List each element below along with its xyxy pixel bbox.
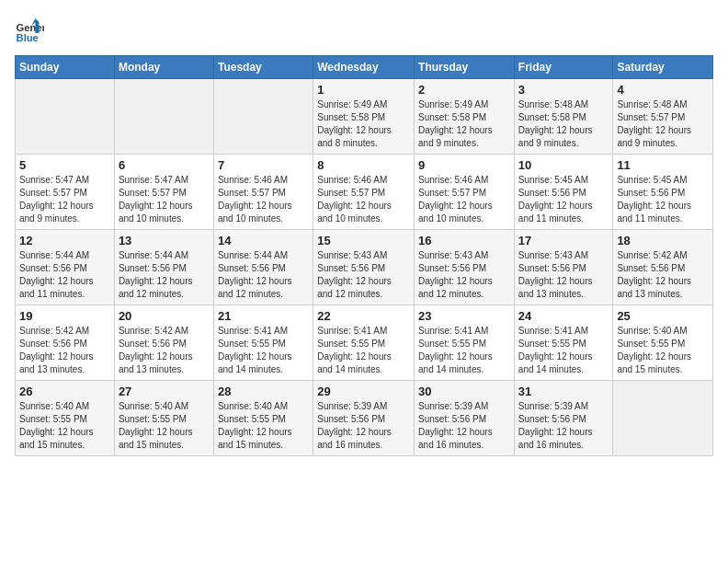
day-cell: 1Sunrise: 5:49 AM Sunset: 5:58 PM Daylig… [313, 79, 415, 155]
logo: General Blue [15, 15, 48, 44]
day-number: 1 [317, 83, 410, 97]
day-info: Sunrise: 5:43 AM Sunset: 5:56 PM Dayligh… [317, 249, 410, 301]
day-number: 6 [119, 158, 210, 172]
day-info: Sunrise: 5:49 AM Sunset: 5:58 PM Dayligh… [418, 98, 510, 150]
day-cell: 12Sunrise: 5:44 AM Sunset: 5:56 PM Dayli… [16, 230, 115, 305]
day-number: 21 [218, 309, 309, 323]
day-number: 2 [418, 83, 510, 97]
day-number: 17 [518, 234, 609, 247]
day-number: 9 [418, 158, 510, 172]
logo-icon: General Blue [15, 15, 44, 44]
day-info: Sunrise: 5:40 AM Sunset: 5:55 PM Dayligh… [19, 400, 110, 452]
day-cell: 3Sunrise: 5:48 AM Sunset: 5:58 PM Daylig… [514, 79, 613, 155]
day-cell: 9Sunrise: 5:46 AM Sunset: 5:57 PM Daylig… [415, 155, 515, 230]
day-number: 26 [19, 385, 110, 398]
col-header-monday: Monday [114, 56, 213, 79]
day-number: 18 [617, 234, 709, 247]
day-info: Sunrise: 5:40 AM Sunset: 5:55 PM Dayligh… [218, 400, 309, 452]
day-cell: 26Sunrise: 5:40 AM Sunset: 5:55 PM Dayli… [16, 381, 115, 456]
day-cell: 31Sunrise: 5:39 AM Sunset: 5:56 PM Dayli… [514, 381, 613, 456]
day-number: 7 [218, 158, 309, 172]
day-cell: 10Sunrise: 5:45 AM Sunset: 5:56 PM Dayli… [514, 155, 613, 230]
day-number: 15 [317, 234, 410, 247]
day-cell: 25Sunrise: 5:40 AM Sunset: 5:55 PM Dayli… [613, 305, 713, 381]
day-cell: 27Sunrise: 5:40 AM Sunset: 5:55 PM Dayli… [114, 381, 213, 456]
day-cell: 30Sunrise: 5:39 AM Sunset: 5:56 PM Dayli… [415, 381, 515, 456]
day-info: Sunrise: 5:46 AM Sunset: 5:57 PM Dayligh… [418, 174, 510, 225]
day-info: Sunrise: 5:46 AM Sunset: 5:57 PM Dayligh… [317, 174, 410, 225]
day-info: Sunrise: 5:41 AM Sunset: 5:55 PM Dayligh… [218, 325, 309, 376]
day-number: 28 [218, 385, 309, 398]
day-info: Sunrise: 5:45 AM Sunset: 5:56 PM Dayligh… [518, 174, 609, 225]
day-info: Sunrise: 5:47 AM Sunset: 5:57 PM Dayligh… [19, 174, 110, 225]
day-info: Sunrise: 5:47 AM Sunset: 5:57 PM Dayligh… [119, 174, 210, 225]
day-cell: 7Sunrise: 5:46 AM Sunset: 5:57 PM Daylig… [213, 155, 313, 230]
day-cell: 29Sunrise: 5:39 AM Sunset: 5:56 PM Dayli… [313, 381, 415, 456]
day-cell: 14Sunrise: 5:44 AM Sunset: 5:56 PM Dayli… [213, 230, 313, 305]
day-info: Sunrise: 5:43 AM Sunset: 5:56 PM Dayligh… [518, 249, 609, 301]
day-cell: 28Sunrise: 5:40 AM Sunset: 5:55 PM Dayli… [213, 381, 313, 456]
day-cell: 20Sunrise: 5:42 AM Sunset: 5:56 PM Dayli… [114, 305, 213, 381]
day-cell: 18Sunrise: 5:42 AM Sunset: 5:56 PM Dayli… [613, 230, 713, 305]
svg-text:General: General [17, 22, 44, 33]
day-cell: 13Sunrise: 5:44 AM Sunset: 5:56 PM Dayli… [114, 230, 213, 305]
day-cell: 4Sunrise: 5:48 AM Sunset: 5:57 PM Daylig… [613, 79, 713, 155]
day-number: 22 [317, 309, 410, 323]
day-number: 27 [119, 385, 210, 398]
day-number: 3 [518, 83, 609, 97]
col-header-saturday: Saturday [613, 56, 713, 79]
day-info: Sunrise: 5:41 AM Sunset: 5:55 PM Dayligh… [317, 325, 410, 376]
day-cell: 19Sunrise: 5:42 AM Sunset: 5:56 PM Dayli… [16, 305, 115, 381]
day-cell: 5Sunrise: 5:47 AM Sunset: 5:57 PM Daylig… [16, 155, 115, 230]
week-row-1: 1Sunrise: 5:49 AM Sunset: 5:58 PM Daylig… [16, 79, 713, 155]
day-number: 13 [119, 234, 210, 247]
day-cell [114, 79, 213, 155]
col-header-tuesday: Tuesday [213, 56, 313, 79]
day-cell: 16Sunrise: 5:43 AM Sunset: 5:56 PM Dayli… [415, 230, 515, 305]
day-info: Sunrise: 5:44 AM Sunset: 5:56 PM Dayligh… [19, 249, 110, 301]
day-info: Sunrise: 5:43 AM Sunset: 5:56 PM Dayligh… [418, 249, 510, 301]
day-info: Sunrise: 5:41 AM Sunset: 5:55 PM Dayligh… [518, 325, 609, 376]
day-info: Sunrise: 5:40 AM Sunset: 5:55 PM Dayligh… [119, 400, 210, 452]
day-cell: 2Sunrise: 5:49 AM Sunset: 5:58 PM Daylig… [415, 79, 515, 155]
day-cell: 17Sunrise: 5:43 AM Sunset: 5:56 PM Dayli… [514, 230, 613, 305]
day-info: Sunrise: 5:39 AM Sunset: 5:56 PM Dayligh… [518, 400, 609, 452]
col-header-friday: Friday [514, 56, 613, 79]
day-cell: 8Sunrise: 5:46 AM Sunset: 5:57 PM Daylig… [313, 155, 415, 230]
day-number: 16 [418, 234, 510, 247]
day-number: 10 [518, 158, 609, 172]
day-number: 4 [617, 83, 709, 97]
day-number: 23 [418, 309, 510, 323]
day-cell [16, 79, 115, 155]
day-cell: 24Sunrise: 5:41 AM Sunset: 5:55 PM Dayli… [514, 305, 613, 381]
calendar-table: SundayMondayTuesdayWednesdayThursdayFrid… [15, 55, 713, 456]
day-info: Sunrise: 5:42 AM Sunset: 5:56 PM Dayligh… [617, 249, 709, 301]
day-number: 31 [518, 385, 609, 398]
svg-text:Blue: Blue [17, 32, 39, 43]
day-cell: 11Sunrise: 5:45 AM Sunset: 5:56 PM Dayli… [613, 155, 713, 230]
day-number: 20 [119, 309, 210, 323]
day-number: 5 [19, 158, 110, 172]
week-row-5: 26Sunrise: 5:40 AM Sunset: 5:55 PM Dayli… [16, 381, 713, 456]
day-info: Sunrise: 5:45 AM Sunset: 5:56 PM Dayligh… [617, 174, 709, 225]
week-row-2: 5Sunrise: 5:47 AM Sunset: 5:57 PM Daylig… [16, 155, 713, 230]
day-info: Sunrise: 5:46 AM Sunset: 5:57 PM Dayligh… [218, 174, 309, 225]
week-row-4: 19Sunrise: 5:42 AM Sunset: 5:56 PM Dayli… [16, 305, 713, 381]
day-number: 30 [418, 385, 510, 398]
day-cell: 15Sunrise: 5:43 AM Sunset: 5:56 PM Dayli… [313, 230, 415, 305]
col-header-sunday: Sunday [16, 56, 115, 79]
day-cell: 22Sunrise: 5:41 AM Sunset: 5:55 PM Dayli… [313, 305, 415, 381]
day-info: Sunrise: 5:39 AM Sunset: 5:56 PM Dayligh… [418, 400, 510, 452]
day-info: Sunrise: 5:49 AM Sunset: 5:58 PM Dayligh… [317, 98, 410, 150]
day-info: Sunrise: 5:48 AM Sunset: 5:57 PM Dayligh… [617, 98, 709, 150]
col-header-wednesday: Wednesday [313, 56, 415, 79]
day-cell: 6Sunrise: 5:47 AM Sunset: 5:57 PM Daylig… [114, 155, 213, 230]
day-info: Sunrise: 5:39 AM Sunset: 5:56 PM Dayligh… [317, 400, 410, 452]
day-cell [213, 79, 313, 155]
day-info: Sunrise: 5:44 AM Sunset: 5:56 PM Dayligh… [119, 249, 210, 301]
day-info: Sunrise: 5:41 AM Sunset: 5:55 PM Dayligh… [418, 325, 510, 376]
day-info: Sunrise: 5:40 AM Sunset: 5:55 PM Dayligh… [617, 325, 709, 376]
day-info: Sunrise: 5:44 AM Sunset: 5:56 PM Dayligh… [218, 249, 309, 301]
day-number: 14 [218, 234, 309, 247]
page-header: General Blue [15, 15, 713, 44]
